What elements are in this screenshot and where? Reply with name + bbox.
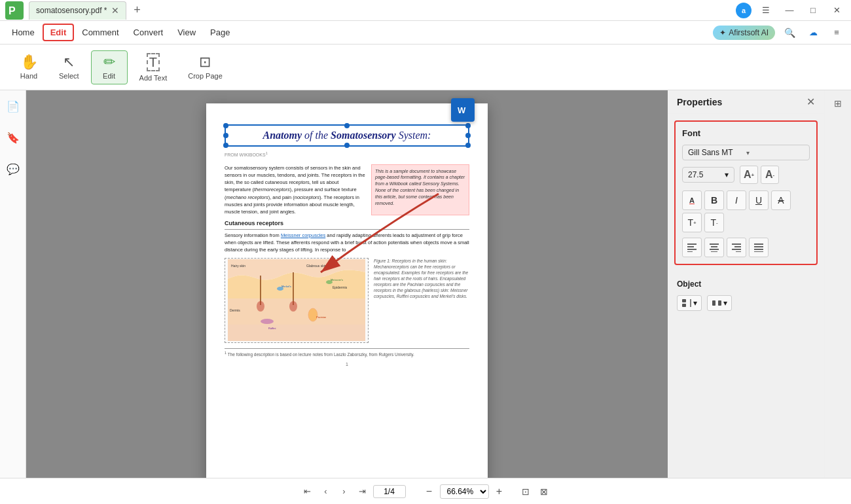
pdf-section-cutaneous: Cutaneous receptors bbox=[225, 219, 469, 230]
panel-toggle-icon[interactable]: ⊞ bbox=[830, 96, 846, 111]
zoom-controls: − 66.64% 50% 75% 100% 125% 150% + bbox=[422, 484, 507, 499]
fit-buttons: ⊡ ⊠ bbox=[518, 484, 552, 499]
close-button[interactable]: ✕ bbox=[827, 1, 846, 20]
prev-page-button[interactable]: ‹ bbox=[318, 484, 334, 499]
align-center-button[interactable] bbox=[704, 238, 724, 257]
text-format-row1: A B I U A T+ T- bbox=[682, 190, 810, 232]
tool-hand[interactable]: ✋ Hand bbox=[10, 51, 47, 84]
object-align-chevron: ▾ bbox=[693, 298, 697, 308]
main-area: 📄 🔖 💬 W Anat bbox=[0, 90, 851, 478]
titlebar: P somatosensory.pdf * ✕ + a ☰ — □ ✕ bbox=[0, 0, 851, 21]
menu-button[interactable]: ☰ bbox=[757, 1, 775, 20]
right-side-icons: ⊞ bbox=[824, 90, 851, 478]
first-page-button[interactable]: ⇤ bbox=[300, 484, 316, 499]
pdf-body-columns: Our somatosensory system consists of sen… bbox=[225, 164, 469, 216]
page-navigation: ⇤ ‹ › ⇥ bbox=[300, 484, 406, 499]
svg-text:Ruffini: Ruffini bbox=[268, 327, 276, 330]
font-family-selector[interactable]: Gill Sans MT ▾ bbox=[682, 145, 810, 160]
zoom-level-select[interactable]: 66.64% 50% 75% 100% 125% 150% bbox=[440, 484, 489, 499]
tool-select[interactable]: ↖ Select bbox=[50, 51, 88, 84]
right-panel-wrapper: Properties ✕ Font Gill Sans MT ▾ 27.5 ▾ bbox=[668, 90, 851, 478]
settings-button[interactable]: ≡ bbox=[827, 24, 846, 42]
sidebar-thumbnail-icon[interactable]: 📄 bbox=[3, 96, 24, 117]
menu-view[interactable]: View bbox=[171, 25, 202, 40]
menu-home[interactable]: Home bbox=[5, 25, 41, 40]
tool-edit[interactable]: ✏ Edit bbox=[91, 50, 128, 84]
font-size-input[interactable]: 27.5 ▾ bbox=[682, 167, 734, 183]
decrease-font-button[interactable]: A- bbox=[761, 166, 779, 184]
active-tab[interactable]: somatosensory.pdf * ✕ bbox=[29, 1, 126, 20]
font-section-label: Font bbox=[682, 128, 810, 138]
underline-button[interactable]: U bbox=[749, 190, 769, 210]
last-page-button[interactable]: ⇥ bbox=[355, 484, 371, 499]
zoom-out-button[interactable]: − bbox=[422, 484, 437, 499]
svg-point-19 bbox=[261, 319, 274, 324]
next-page-button[interactable]: › bbox=[336, 484, 352, 499]
zoom-in-button[interactable]: + bbox=[492, 484, 507, 499]
tab-close-button[interactable]: ✕ bbox=[111, 6, 119, 15]
menu-edit[interactable]: Edit bbox=[43, 24, 75, 41]
crop-label: Crop Page bbox=[188, 72, 223, 80]
menu-convert[interactable]: Convert bbox=[127, 25, 170, 40]
maximize-button[interactable]: □ bbox=[804, 1, 822, 20]
edit-icon: ✏ bbox=[103, 55, 115, 69]
properties-close-button[interactable]: ✕ bbox=[806, 96, 815, 108]
align-right-button[interactable] bbox=[727, 238, 746, 257]
sidebar-comment-icon[interactable]: 💬 bbox=[3, 158, 24, 179]
strikethrough-button[interactable]: A bbox=[771, 190, 791, 210]
font-properties-section: Font Gill Sans MT ▾ 27.5 ▾ A+ A- bbox=[674, 120, 818, 265]
svg-rect-39 bbox=[682, 304, 686, 307]
hand-icon: ✋ bbox=[20, 55, 38, 69]
object-distribute-chevron: ▾ bbox=[723, 298, 727, 308]
svg-text:Meissner's: Meissner's bbox=[331, 278, 343, 281]
minimize-button[interactable]: — bbox=[780, 1, 799, 20]
user-avatar: a bbox=[736, 3, 751, 18]
fit-width-button[interactable]: ⊠ bbox=[536, 484, 552, 499]
left-sidebar: 📄 🔖 💬 bbox=[0, 90, 26, 478]
text-align-row bbox=[682, 238, 810, 257]
subscript-button[interactable]: T- bbox=[704, 213, 724, 232]
menu-comment[interactable]: Comment bbox=[75, 25, 125, 40]
tool-crop-page[interactable]: ⊡ Crop Page bbox=[179, 51, 232, 84]
object-section-label: Object bbox=[677, 279, 815, 289]
word-convert-icon[interactable]: W bbox=[451, 98, 475, 122]
align-left-button[interactable] bbox=[682, 238, 702, 257]
svg-point-6 bbox=[257, 301, 264, 312]
edit-label: Edit bbox=[103, 72, 115, 80]
align-justify-button[interactable] bbox=[749, 238, 769, 257]
superscript-button[interactable]: T+ bbox=[682, 213, 702, 232]
svg-text:Hairy skin: Hairy skin bbox=[231, 264, 245, 268]
svg-point-17 bbox=[308, 308, 317, 321]
pdf-section-body: Sensory information from Meissner corpus… bbox=[225, 232, 469, 254]
svg-point-8 bbox=[289, 301, 297, 312]
page-number-input[interactable] bbox=[373, 485, 406, 498]
ai-button[interactable]: ✦ Afirstsoft AI bbox=[713, 26, 775, 40]
object-align-button[interactable]: ▾ bbox=[677, 295, 702, 311]
bold-button[interactable]: B bbox=[704, 190, 724, 210]
ai-star-icon: ✦ bbox=[719, 28, 726, 37]
menu-page[interactable]: Page bbox=[204, 25, 236, 40]
pdf-viewer[interactable]: W Anatomy of the Somatosensory System: bbox=[26, 90, 668, 478]
svg-text:Merkel's: Merkel's bbox=[281, 285, 291, 288]
statusbar: ⇤ ‹ › ⇥ − 66.64% 50% 75% 100% 125% 150% … bbox=[0, 478, 851, 504]
tool-add-text[interactable]: T Add Text bbox=[130, 49, 177, 86]
new-tab-button[interactable]: + bbox=[129, 2, 146, 19]
hand-label: Hand bbox=[20, 72, 37, 80]
sidebar-bookmark-icon[interactable]: 🔖 bbox=[3, 127, 24, 148]
svg-text:Pacinian: Pacinian bbox=[316, 315, 326, 319]
svg-text:P: P bbox=[9, 5, 16, 16]
italic-button[interactable]: I bbox=[727, 190, 746, 210]
object-distribute-button[interactable]: ▾ bbox=[707, 295, 732, 311]
font-size-value: 27.5 bbox=[688, 170, 703, 179]
cloud-button[interactable]: ☁ bbox=[804, 24, 822, 42]
text-color-button[interactable]: A bbox=[682, 190, 702, 210]
increase-font-button[interactable]: A+ bbox=[740, 166, 758, 184]
object-controls: ▾ ▾ bbox=[677, 295, 815, 311]
fit-page-button[interactable]: ⊡ bbox=[518, 484, 534, 499]
font-size-chevron: ▾ bbox=[725, 170, 729, 179]
search-button[interactable]: 🔍 bbox=[780, 24, 799, 42]
select-icon: ↖ bbox=[63, 55, 75, 69]
pdf-figure-caption: Figure 1: Receptors in the human skin: M… bbox=[374, 258, 469, 343]
font-size-row: 27.5 ▾ A+ A- bbox=[682, 166, 810, 184]
window-controls: a ☰ — □ ✕ bbox=[736, 1, 846, 20]
